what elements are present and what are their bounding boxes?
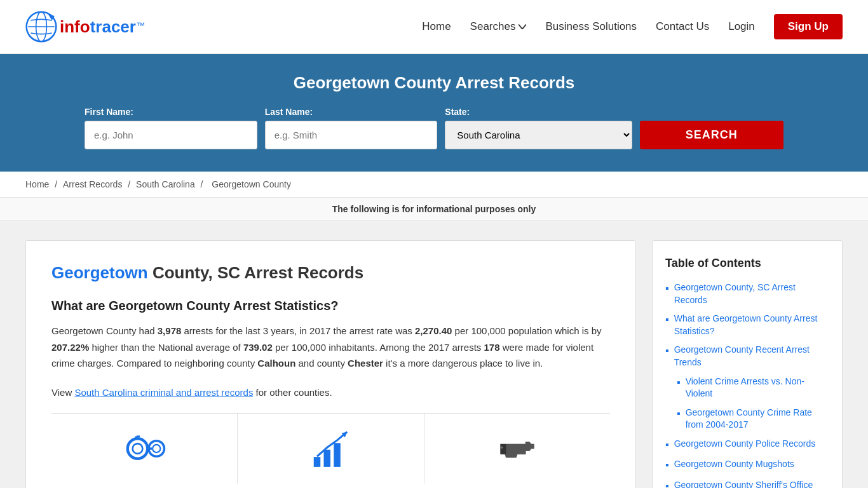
toc-link-8[interactable]: Georgetown County Sheriff's Office <box>674 479 813 488</box>
breadcrumb-county: Georgetown County <box>212 179 291 189</box>
toc-link-7[interactable]: Georgetown County Mugshots <box>674 458 794 471</box>
violent-count: 178 <box>484 342 500 353</box>
pct-higher: 207.22% <box>51 342 89 353</box>
toc-item: ▪ Georgetown County Mugshots <box>665 458 829 472</box>
county2: Chester <box>348 358 383 369</box>
icons-row <box>51 413 610 484</box>
nav-searches[interactable]: Searches <box>470 20 527 33</box>
icon-cell-arrest <box>51 413 238 484</box>
toc-subitem: ▪ Georgetown County Crime Rate from 2004… <box>665 407 829 431</box>
icon-cell-gun <box>424 413 610 484</box>
toc-link-6[interactable]: Georgetown County Police Records <box>674 438 816 451</box>
gun-icon <box>495 426 539 471</box>
nav-links: Home Searches Business Solutions Contact… <box>422 14 843 39</box>
breadcrumb-arrest[interactable]: Arrest Records <box>63 179 122 189</box>
nav-contact[interactable]: Contact Us <box>656 20 709 33</box>
handcuffs-icon <box>122 426 166 471</box>
toc-item: ▪ Georgetown County Sheriff's Office <box>665 479 829 488</box>
toc-link-1[interactable]: Georgetown County, SC Arrest Records <box>674 281 829 306</box>
trend-icon <box>308 426 353 471</box>
search-button[interactable]: SEARCH <box>640 121 783 149</box>
content-heading: Georgetown County, SC Arrest Records <box>51 263 610 283</box>
svg-rect-11 <box>324 450 331 467</box>
toc-link-3[interactable]: Georgetown County Recent Arrest Trends <box>674 344 829 369</box>
hero-title: Georgetown County Arrest Records <box>25 73 843 93</box>
last-name-group: Last Name: <box>265 107 438 149</box>
svg-point-7 <box>153 445 160 452</box>
hero-section: Georgetown County Arrest Records First N… <box>0 54 868 172</box>
nav-home[interactable]: Home <box>422 20 451 33</box>
svg-point-4 <box>133 444 143 454</box>
toc-list: ▪ Georgetown County, SC Arrest Records ▪… <box>665 281 829 488</box>
arrests-count: 3,978 <box>158 325 182 336</box>
logo[interactable]: infotracer™ <box>25 11 145 43</box>
svg-point-15 <box>501 447 503 449</box>
top-nav: infotracer™ Home Searches Business Solut… <box>0 0 868 54</box>
sidebar-toc: Table of Contents ▪ Georgetown County, S… <box>652 240 843 488</box>
toc-item: ▪ What are Georgetown County Arrest Stat… <box>665 313 829 337</box>
nav-business[interactable]: Business Solutions <box>545 20 637 33</box>
svg-rect-12 <box>334 443 341 467</box>
toc-item: ▪ Georgetown County, SC Arrest Records <box>665 281 829 306</box>
toc-link-2[interactable]: What are Georgetown County Arrest Statis… <box>674 313 829 337</box>
svg-point-3 <box>128 438 148 459</box>
toc-title: Table of Contents <box>665 257 829 270</box>
svg-rect-10 <box>314 457 321 467</box>
county1: Calhoun <box>257 358 295 369</box>
state-label: State: <box>445 107 632 117</box>
state-group: State: South Carolina Alabama Alaska Ari… <box>445 107 632 149</box>
toc-subitem: ▪ Violent Crime Arrests vs. Non-Violent <box>665 376 829 400</box>
content-area: Georgetown County, SC Arrest Records Wha… <box>25 240 636 488</box>
breadcrumb: Home / Arrest Records / South Carolina /… <box>0 172 868 198</box>
stats-paragraph: Georgetown County had 3,978 arrests for … <box>51 323 610 372</box>
first-name-input[interactable] <box>85 121 257 149</box>
toc-link-5[interactable]: Georgetown County Crime Rate from 2004-2… <box>686 407 829 431</box>
chevron-down-icon <box>519 24 526 29</box>
national-avg: 739.02 <box>243 342 273 353</box>
toc-item: ▪ Georgetown County Recent Arrest Trends <box>665 344 829 369</box>
login-button[interactable]: Login <box>728 20 755 33</box>
first-name-label: First Name: <box>85 107 257 117</box>
icon-cell-trend <box>238 413 424 484</box>
info-note: The following is for informational purpo… <box>0 198 868 221</box>
search-form: First Name: Last Name: State: South Caro… <box>85 107 783 149</box>
main-content: Georgetown County, SC Arrest Records Wha… <box>0 221 868 488</box>
breadcrumb-home[interactable]: Home <box>25 179 49 189</box>
last-name-label: Last Name: <box>265 107 438 117</box>
breadcrumb-state[interactable]: South Carolina <box>136 179 195 189</box>
signup-button[interactable]: Sign Up <box>774 14 843 39</box>
sc-records-link[interactable]: South Carolina criminal and arrest recor… <box>74 387 253 398</box>
toc-link-4[interactable]: Violent Crime Arrests vs. Non-Violent <box>686 376 829 400</box>
link-paragraph: View South Carolina criminal and arrest … <box>51 384 610 401</box>
state-select[interactable]: South Carolina Alabama Alaska Arizona Ar… <box>445 121 632 149</box>
logo-text: infotracer™ <box>60 17 145 37</box>
stats-heading: What are Georgetown County Arrest Statis… <box>51 299 610 313</box>
arrest-rate: 2,270.40 <box>415 325 452 336</box>
toc-item: ▪ Georgetown County Police Records <box>665 438 829 452</box>
last-name-input[interactable] <box>265 121 438 149</box>
svg-rect-14 <box>501 444 506 454</box>
first-name-group: First Name: <box>85 107 257 149</box>
